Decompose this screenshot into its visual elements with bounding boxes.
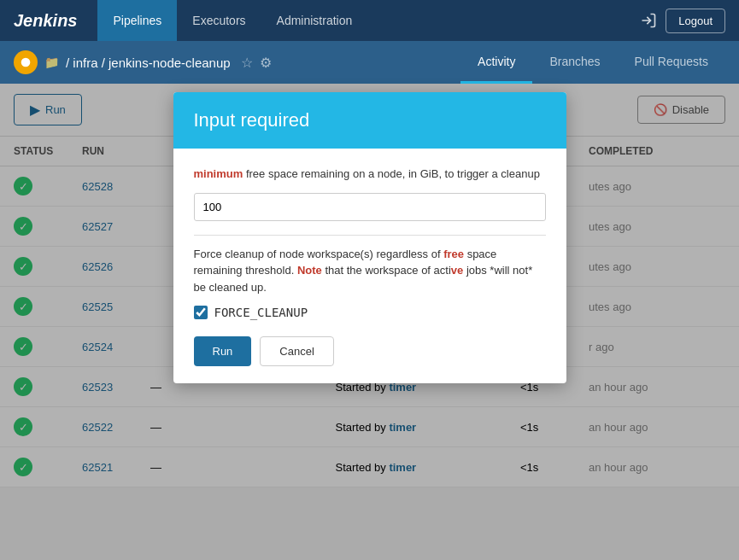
user-icon[interactable] xyxy=(631,3,666,38)
star-icon[interactable]: ☆ xyxy=(241,55,253,71)
modal-cancel-button[interactable]: Cancel xyxy=(260,336,333,366)
top-nav: Jenkins Pipelines Executors Administrati… xyxy=(0,0,739,41)
nav-executors[interactable]: Executors xyxy=(177,0,261,41)
nav-pipelines[interactable]: Pipelines xyxy=(97,0,177,41)
modal-header: Input required xyxy=(173,92,566,149)
modal-separator xyxy=(194,235,546,236)
folder-icon[interactable]: 📁 xyxy=(44,55,59,69)
modal-desc-highlight: minimum xyxy=(194,167,243,180)
modal-title: Input required xyxy=(194,109,310,131)
content-area: ▶ Run 🚫 Disable STATUS RUN COMPLETED ✓ 6… xyxy=(0,84,739,560)
svg-point-0 xyxy=(21,58,31,67)
modal-actions: Run Cancel xyxy=(194,336,546,366)
force-cleanup-label: FORCE_CLEANUP xyxy=(214,306,308,319)
input-required-modal: Input required minimum free space remain… xyxy=(173,92,566,383)
force-cleanup-checkbox[interactable] xyxy=(194,306,208,319)
force-cleanup-row: FORCE_CLEANUP xyxy=(194,306,546,319)
nav-administration[interactable]: Administration xyxy=(261,0,368,41)
min-space-input[interactable] xyxy=(194,193,546,221)
breadcrumb-bar: 📁 / infra / jenkins-node-cleanup ☆ ⚙ Act… xyxy=(0,41,739,84)
jenkins-logo: Jenkins xyxy=(14,11,77,31)
pipeline-icon xyxy=(14,50,38,74)
modal-run-button[interactable]: Run xyxy=(194,336,252,366)
breadcrumb: / infra / jenkins-node-cleanup xyxy=(66,55,231,70)
modal-overlay: Input required minimum free space remain… xyxy=(0,84,739,560)
tab-pull-requests[interactable]: Pull Requests xyxy=(618,41,725,84)
tab-nav: Activity Branches Pull Requests xyxy=(460,41,725,84)
tab-activity[interactable]: Activity xyxy=(460,41,532,84)
modal-force-description: Force cleanup of node workspace(s) regar… xyxy=(194,246,546,296)
logout-button[interactable]: Logout xyxy=(666,9,725,33)
tab-branches[interactable]: Branches xyxy=(532,41,617,84)
gear-icon[interactable]: ⚙ xyxy=(260,55,272,71)
modal-description: minimum free space remaining on a node, … xyxy=(194,166,546,183)
modal-body: minimum free space remaining on a node, … xyxy=(173,149,566,383)
